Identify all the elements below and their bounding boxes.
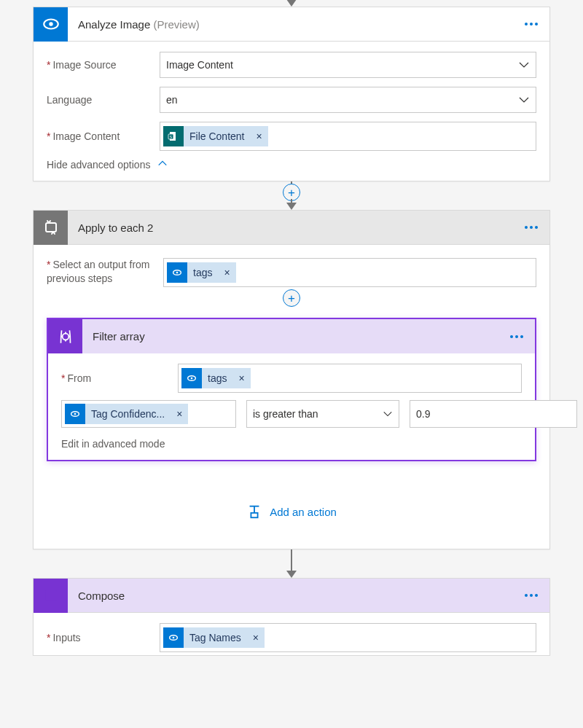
card-menu-button[interactable] <box>519 23 549 26</box>
inner-add: + <box>47 291 536 305</box>
token-remove[interactable]: × <box>247 627 265 648</box>
from-label: From <box>61 372 178 384</box>
image-source-label: Image Source <box>47 59 160 71</box>
ellipsis-icon <box>525 594 538 597</box>
chevron-up-icon <box>157 158 168 171</box>
sharepoint-icon: S <box>163 126 184 146</box>
card-title: Apply to each 2 <box>68 222 519 234</box>
svg-text:S: S <box>170 135 172 139</box>
image-content-field[interactable]: S File Content × <box>160 122 536 151</box>
add-step-button[interactable]: + <box>283 289 300 307</box>
tags-token[interactable]: tags × <box>167 262 236 283</box>
card-menu-button[interactable] <box>519 226 549 229</box>
file-content-token[interactable]: S File Content × <box>163 126 268 146</box>
eye-icon <box>181 368 202 388</box>
svg-point-12 <box>74 413 77 415</box>
eye-icon <box>167 262 187 283</box>
inputs-label: Inputs <box>47 632 160 643</box>
filter-array-card: Filter array From tags <box>47 318 536 461</box>
svg-point-16 <box>173 637 175 639</box>
ellipsis-icon <box>510 335 523 338</box>
loop-icon <box>34 211 68 245</box>
svg-point-1 <box>49 22 52 26</box>
card-title: Filter array <box>82 330 504 343</box>
card-menu-button[interactable] <box>504 335 535 338</box>
token-remove[interactable]: × <box>250 126 267 146</box>
card-menu-button[interactable] <box>519 594 549 597</box>
card-title: Compose <box>68 590 519 602</box>
hide-advanced-toggle[interactable]: Hide advanced options <box>47 158 536 171</box>
apply-to-each-card: Apply to each 2 Select an output from pr… <box>33 210 550 549</box>
function-icon <box>48 319 82 353</box>
svg-point-10 <box>191 377 193 380</box>
select-output-field[interactable]: tags × <box>163 258 536 287</box>
chevron-down-icon <box>518 59 530 71</box>
compare-value-field[interactable]: 0.9 <box>410 400 577 428</box>
add-action-button[interactable]: Add an action <box>47 498 536 536</box>
language-select[interactable]: en <box>160 87 536 113</box>
from-field[interactable]: tags × <box>178 364 522 393</box>
tags-token[interactable]: tags × <box>181 368 251 388</box>
eye-icon <box>34 7 68 42</box>
eye-icon <box>65 404 85 424</box>
svg-rect-5 <box>46 223 56 232</box>
token-remove[interactable]: × <box>232 368 250 388</box>
svg-rect-13 <box>251 513 258 517</box>
select-output-label: Select an output from previous steps <box>47 258 163 286</box>
eye-icon <box>163 627 184 648</box>
connector-arrow <box>33 0 550 7</box>
image-source-select[interactable]: Image Content <box>160 52 536 78</box>
token-remove[interactable]: × <box>218 262 235 283</box>
ellipsis-icon <box>525 226 538 229</box>
card-title: Analyze Image (Preview) <box>68 18 519 31</box>
token-remove[interactable]: × <box>171 404 188 424</box>
insert-step-icon <box>246 504 262 520</box>
inputs-field[interactable]: Tag Names × <box>160 623 536 652</box>
chevron-down-icon <box>383 409 393 419</box>
card-header[interactable]: Analyze Image (Preview) <box>34 7 549 42</box>
ellipsis-icon <box>525 23 538 26</box>
chevron-down-icon <box>518 94 530 106</box>
connector: + <box>33 181 550 210</box>
svg-rect-14 <box>45 590 56 601</box>
flow-canvas: Analyze Image (Preview) Image Source Ima… <box>0 0 583 656</box>
svg-point-7 <box>176 272 179 274</box>
card-header[interactable]: Compose <box>34 579 549 613</box>
connector-arrow <box>33 549 550 578</box>
tag-confidence-token[interactable]: Tag Confidenc... × <box>65 404 188 424</box>
card-header[interactable]: Filter array <box>48 319 535 353</box>
image-content-label: Image Content <box>47 130 160 142</box>
svg-point-8 <box>62 333 69 340</box>
compose-card: Compose Inputs Tag Names × <box>33 578 550 656</box>
compose-icon <box>34 579 68 613</box>
tag-names-token[interactable]: Tag Names × <box>163 627 265 648</box>
edit-advanced-mode-link[interactable]: Edit in advanced mode <box>61 438 522 450</box>
language-label: Language <box>47 94 160 106</box>
preview-label: (Preview) <box>153 18 199 31</box>
operator-select[interactable]: is greater than <box>246 400 399 428</box>
card-header[interactable]: Apply to each 2 <box>34 211 549 245</box>
analyze-image-card: Analyze Image (Preview) Image Source Ima… <box>33 7 550 181</box>
filter-value-field[interactable]: Tag Confidenc... × <box>61 400 236 428</box>
